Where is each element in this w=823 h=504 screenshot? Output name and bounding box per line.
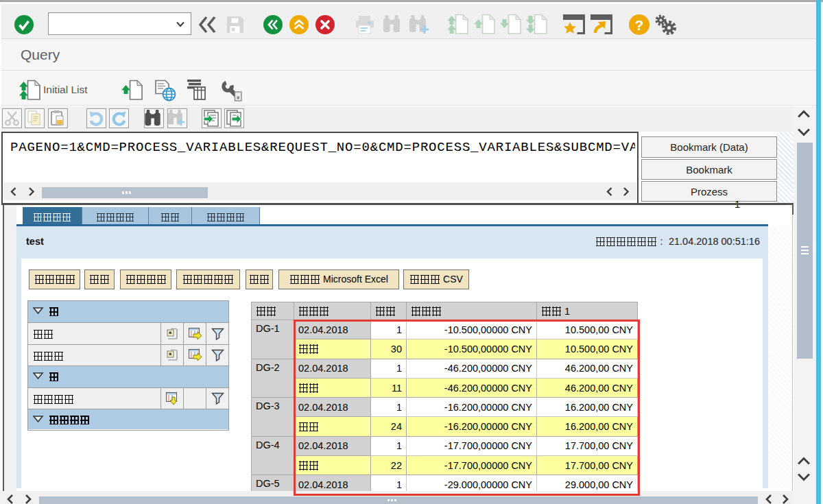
svg-text:?: ? (635, 17, 644, 33)
